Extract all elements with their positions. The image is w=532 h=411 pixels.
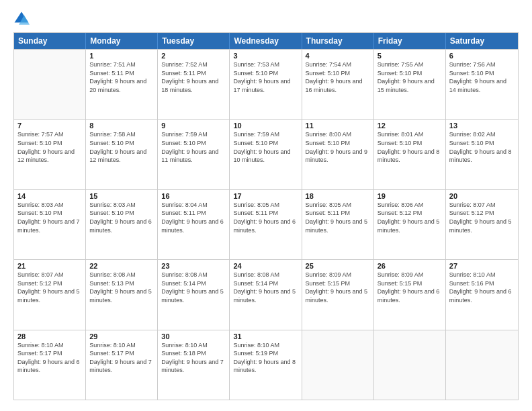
day-number: 24	[233, 262, 298, 270]
calendar-cell: 30Sunrise: 8:10 AMSunset: 5:18 PMDayligh…	[158, 330, 230, 400]
calendar-cell: 17Sunrise: 8:05 AMSunset: 5:11 PMDayligh…	[230, 190, 302, 259]
day-info: Sunrise: 7:58 AMSunset: 5:10 PMDaylight:…	[89, 130, 154, 164]
calendar-cell: 21Sunrise: 8:07 AMSunset: 5:12 PMDayligh…	[14, 260, 86, 329]
day-number: 2	[161, 52, 226, 60]
day-info: Sunrise: 8:06 AMSunset: 5:12 PMDaylight:…	[378, 201, 442, 234]
calendar-cell: 13Sunrise: 8:02 AMSunset: 5:10 PMDayligh…	[446, 120, 518, 189]
calendar-cell: 6Sunrise: 7:56 AMSunset: 5:10 PMDaylight…	[446, 50, 518, 119]
calendar-cell: 23Sunrise: 8:08 AMSunset: 5:14 PMDayligh…	[158, 260, 230, 329]
calendar-header-row: SundayMondayTuesdayWednesdayThursdayFrid…	[14, 33, 518, 49]
day-header-tuesday: Tuesday	[158, 33, 230, 49]
day-info: Sunrise: 8:03 AMSunset: 5:10 PMDaylight:…	[17, 201, 82, 234]
header	[13, 11, 519, 27]
day-number: 23	[161, 262, 226, 270]
day-number: 8	[89, 122, 154, 130]
calendar-cell: 28Sunrise: 8:10 AMSunset: 5:17 PMDayligh…	[14, 330, 86, 400]
day-header-wednesday: Wednesday	[230, 33, 302, 49]
calendar: SundayMondayTuesdayWednesdayThursdayFrid…	[13, 32, 519, 400]
calendar-cell: 22Sunrise: 8:08 AMSunset: 5:13 PMDayligh…	[86, 260, 158, 329]
day-number: 28	[17, 332, 82, 340]
day-info: Sunrise: 7:59 AMSunset: 5:10 PMDaylight:…	[161, 130, 226, 164]
calendar-cell: 8Sunrise: 7:58 AMSunset: 5:10 PMDaylight…	[86, 120, 158, 189]
day-number: 11	[306, 122, 370, 130]
day-info: Sunrise: 8:07 AMSunset: 5:12 PMDaylight:…	[449, 201, 515, 234]
day-number: 12	[378, 122, 442, 130]
calendar-cell: 12Sunrise: 8:01 AMSunset: 5:10 PMDayligh…	[374, 120, 446, 189]
day-number: 7	[17, 122, 82, 130]
day-number: 27	[449, 262, 515, 270]
day-number: 18	[306, 192, 370, 200]
calendar-cell: 18Sunrise: 8:05 AMSunset: 5:11 PMDayligh…	[302, 190, 374, 259]
calendar-cell: 7Sunrise: 7:57 AMSunset: 5:10 PMDaylight…	[14, 120, 86, 189]
calendar-cell: 31Sunrise: 8:10 AMSunset: 5:19 PMDayligh…	[230, 330, 302, 400]
calendar-cell: 27Sunrise: 8:10 AMSunset: 5:16 PMDayligh…	[446, 260, 518, 329]
calendar-cell	[446, 330, 518, 400]
day-info: Sunrise: 8:07 AMSunset: 5:12 PMDaylight:…	[17, 271, 82, 304]
logo	[13, 11, 32, 27]
day-number: 16	[161, 192, 226, 200]
day-number: 29	[89, 332, 154, 340]
calendar-cell: 25Sunrise: 8:09 AMSunset: 5:15 PMDayligh…	[302, 260, 374, 329]
calendar-cell: 10Sunrise: 7:59 AMSunset: 5:10 PMDayligh…	[230, 120, 302, 189]
day-info: Sunrise: 8:10 AMSunset: 5:18 PMDaylight:…	[161, 341, 226, 375]
calendar-cell	[14, 50, 86, 119]
day-info: Sunrise: 7:57 AMSunset: 5:10 PMDaylight:…	[17, 130, 82, 164]
day-info: Sunrise: 8:00 AMSunset: 5:10 PMDaylight:…	[306, 130, 370, 164]
calendar-cell: 24Sunrise: 8:08 AMSunset: 5:14 PMDayligh…	[230, 260, 302, 329]
day-number: 26	[378, 262, 442, 270]
day-info: Sunrise: 8:02 AMSunset: 5:10 PMDaylight:…	[449, 130, 515, 164]
day-info: Sunrise: 8:03 AMSunset: 5:10 PMDaylight:…	[89, 201, 154, 234]
calendar-body: 1Sunrise: 7:51 AMSunset: 5:11 PMDaylight…	[14, 49, 518, 400]
page: SundayMondayTuesdayWednesdayThursdayFrid…	[0, 0, 532, 411]
logo-icon	[13, 11, 30, 27]
day-number: 14	[17, 192, 82, 200]
calendar-cell: 19Sunrise: 8:06 AMSunset: 5:12 PMDayligh…	[374, 190, 446, 259]
day-info: Sunrise: 8:10 AMSunset: 5:17 PMDaylight:…	[17, 341, 82, 375]
day-info: Sunrise: 7:54 AMSunset: 5:10 PMDaylight:…	[306, 60, 370, 94]
day-number: 30	[161, 332, 226, 340]
calendar-cell: 11Sunrise: 8:00 AMSunset: 5:10 PMDayligh…	[302, 120, 374, 189]
calendar-week-0: 1Sunrise: 7:51 AMSunset: 5:11 PMDaylight…	[14, 49, 518, 119]
calendar-week-2: 14Sunrise: 8:03 AMSunset: 5:10 PMDayligh…	[14, 189, 518, 259]
calendar-cell: 16Sunrise: 8:04 AMSunset: 5:11 PMDayligh…	[158, 190, 230, 259]
day-number: 21	[17, 262, 82, 270]
calendar-cell: 20Sunrise: 8:07 AMSunset: 5:12 PMDayligh…	[446, 190, 518, 259]
day-info: Sunrise: 7:56 AMSunset: 5:10 PMDaylight:…	[449, 60, 515, 94]
day-number: 1	[89, 52, 154, 60]
day-info: Sunrise: 8:10 AMSunset: 5:17 PMDaylight:…	[89, 341, 154, 375]
day-info: Sunrise: 7:59 AMSunset: 5:10 PMDaylight:…	[233, 130, 298, 164]
day-info: Sunrise: 8:04 AMSunset: 5:11 PMDaylight:…	[161, 201, 226, 234]
day-number: 19	[378, 192, 442, 200]
calendar-week-4: 28Sunrise: 8:10 AMSunset: 5:17 PMDayligh…	[14, 330, 518, 400]
day-info: Sunrise: 7:52 AMSunset: 5:11 PMDaylight:…	[161, 60, 226, 94]
day-number: 17	[233, 192, 298, 200]
day-info: Sunrise: 8:05 AMSunset: 5:11 PMDaylight:…	[306, 201, 370, 234]
day-number: 20	[449, 192, 515, 200]
day-header-saturday: Saturday	[446, 33, 518, 49]
day-info: Sunrise: 7:51 AMSunset: 5:11 PMDaylight:…	[89, 60, 154, 94]
day-header-thursday: Thursday	[302, 33, 374, 49]
day-info: Sunrise: 8:05 AMSunset: 5:11 PMDaylight:…	[233, 201, 298, 234]
calendar-cell	[374, 330, 446, 400]
day-header-sunday: Sunday	[14, 33, 86, 49]
day-info: Sunrise: 8:08 AMSunset: 5:14 PMDaylight:…	[161, 271, 226, 304]
calendar-cell: 3Sunrise: 7:53 AMSunset: 5:10 PMDaylight…	[230, 50, 302, 119]
day-number: 6	[449, 52, 515, 60]
day-number: 22	[89, 262, 154, 270]
day-header-monday: Monday	[86, 33, 158, 49]
day-number: 9	[161, 122, 226, 130]
calendar-cell: 26Sunrise: 8:09 AMSunset: 5:15 PMDayligh…	[374, 260, 446, 329]
day-info: Sunrise: 8:01 AMSunset: 5:10 PMDaylight:…	[378, 130, 442, 164]
day-number: 10	[233, 122, 298, 130]
day-number: 13	[449, 122, 515, 130]
day-number: 4	[306, 52, 370, 60]
day-info: Sunrise: 8:09 AMSunset: 5:15 PMDaylight:…	[306, 271, 370, 304]
day-number: 31	[233, 332, 298, 340]
calendar-cell: 29Sunrise: 8:10 AMSunset: 5:17 PMDayligh…	[86, 330, 158, 400]
day-info: Sunrise: 8:10 AMSunset: 5:19 PMDaylight:…	[233, 341, 298, 375]
calendar-cell: 5Sunrise: 7:55 AMSunset: 5:10 PMDaylight…	[374, 50, 446, 119]
day-header-friday: Friday	[374, 33, 446, 49]
calendar-week-3: 21Sunrise: 8:07 AMSunset: 5:12 PMDayligh…	[14, 259, 518, 329]
calendar-cell	[302, 330, 374, 400]
calendar-cell: 15Sunrise: 8:03 AMSunset: 5:10 PMDayligh…	[86, 190, 158, 259]
